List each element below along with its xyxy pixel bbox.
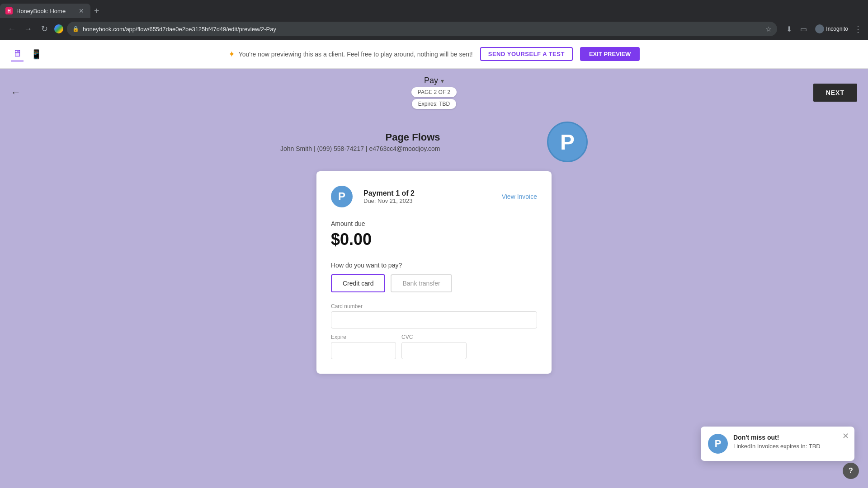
payment-title-info: Payment 1 of 2 Due: Nov 21, 2023 (363, 189, 415, 204)
credit-card-button[interactable]: Credit card (331, 274, 385, 292)
expire-field: Expire (331, 334, 396, 359)
nav-center: Pay ▾ PAGE 2 OF 2 Expires: TBD (411, 76, 457, 109)
payment-due: Due: Nov 21, 2023 (363, 197, 415, 204)
lock-icon: 🔒 (72, 26, 79, 32)
help-button[interactable]: ? (843, 463, 859, 479)
page-title-dropdown[interactable]: Pay ▾ (424, 76, 444, 85)
google-icon (54, 24, 63, 33)
pay-method-buttons: Credit card Bank transfer (331, 274, 537, 292)
cvc-label: CVC (401, 334, 467, 340)
company-name: Page Flows (280, 131, 440, 143)
card-number-input[interactable] (331, 311, 537, 328)
toast-content: Don't miss out! LinkedIn Invoices expire… (733, 434, 847, 450)
amount-label: Amount due (331, 220, 537, 227)
forward-nav-button[interactable]: → (22, 23, 34, 35)
company-contact: John Smith | (099) 558-74217 | e4763cc4@… (280, 145, 440, 152)
page-title: Pay (424, 76, 438, 85)
url-text: honeybook.com/app/flow/655d7dae0e2be3125… (83, 26, 762, 33)
tab-bar: H HoneyBook: Home ✕ + (0, 0, 868, 18)
bookmark-icon[interactable]: ☆ (765, 25, 772, 33)
payment-title: Payment 1 of 2 (363, 189, 415, 197)
chevron-down-icon: ▾ (441, 77, 444, 84)
address-bar-row: ← → ↻ 🔒 honeybook.com/app/flow/655d7dae0… (0, 18, 868, 40)
profile-avatar (815, 24, 824, 33)
payment-header: P Payment 1 of 2 Due: Nov 21, 2023 View … (331, 186, 537, 207)
app-content: 🖥 📱 ✦ You're now previewing this as a cl… (0, 40, 868, 488)
browser-actions: ⬇ ▭ Incognito ⋮ (783, 23, 863, 35)
card-number-field: Card number (331, 303, 537, 328)
back-nav-button[interactable]: ← (5, 23, 18, 35)
toast-body: LinkedIn Invoices expires in: TBD (733, 443, 847, 450)
banner-text: ✦ You're now previewing this as a client… (228, 49, 473, 59)
profile-button[interactable]: Incognito (811, 23, 852, 34)
company-header: Page Flows John Smith | (099) 558-74217 … (280, 113, 588, 171)
logo-letter: P (560, 130, 575, 155)
active-tab[interactable]: H HoneyBook: Home ✕ (0, 4, 90, 18)
next-button[interactable]: NEXT (813, 84, 857, 102)
expire-input[interactable] (331, 342, 396, 359)
new-tab-button[interactable]: + (90, 6, 103, 16)
expire-label: Expire (331, 334, 396, 340)
card-number-label: Card number (331, 303, 537, 310)
toast-close-button[interactable]: ✕ (842, 431, 849, 441)
mobile-icon[interactable]: 📱 (29, 47, 44, 61)
toast-logo-letter: P (715, 438, 722, 450)
company-info: Page Flows John Smith | (099) 558-74217 … (280, 131, 440, 152)
bank-transfer-button[interactable]: Bank transfer (391, 274, 452, 292)
desktop-icon[interactable]: 🖥 (11, 47, 24, 61)
refresh-button[interactable]: ↻ (38, 23, 51, 35)
amount-value: $0.00 (331, 230, 537, 249)
sparkle-icon: ✦ (228, 49, 235, 59)
address-bar[interactable]: 🔒 honeybook.com/app/flow/655d7dae0e2be31… (67, 22, 777, 36)
banner-message: You're now previewing this as a client. … (239, 51, 473, 58)
cvc-input[interactable] (401, 342, 467, 359)
toast-logo: P (708, 434, 728, 454)
pay-method-label: How do you want to pay? (331, 262, 537, 269)
payment-icon: P (331, 186, 353, 207)
page-area: ← Pay ▾ PAGE 2 OF 2 Expires: TBD NEXT Pa… (0, 69, 868, 488)
company-logo: P (547, 122, 588, 162)
page-back-button[interactable]: ← (11, 87, 21, 99)
tab-title: HoneyBook: Home (16, 8, 74, 14)
cast-button[interactable]: ▭ (797, 23, 810, 35)
expires-badge: Expires: TBD (412, 99, 456, 109)
send-test-button[interactable]: SEND YOURSELF A TEST (480, 47, 573, 61)
view-invoice-button[interactable]: View Invoice (502, 193, 537, 200)
device-icons: 🖥 📱 (11, 47, 44, 61)
page-indicator: PAGE 2 OF 2 (411, 87, 457, 97)
flow-nav: ← Pay ▾ PAGE 2 OF 2 Expires: TBD NEXT (0, 69, 868, 113)
tab-close-button[interactable]: ✕ (78, 6, 85, 15)
preview-banner: 🖥 📱 ✦ You're now previewing this as a cl… (0, 40, 868, 69)
exit-preview-button[interactable]: EXIT PREVIEW (580, 47, 640, 61)
notification-toast: ✕ P Don't miss out! LinkedIn Invoices ex… (701, 427, 854, 461)
download-button[interactable]: ⬇ (783, 23, 795, 35)
payment-title-group: P Payment 1 of 2 Due: Nov 21, 2023 (331, 186, 415, 207)
card-fields: Card number Expire CVC (331, 303, 537, 359)
incognito-label: Incognito (826, 26, 848, 32)
toast-title: Don't miss out! (733, 434, 847, 441)
cvc-field: CVC (401, 334, 467, 359)
browser-menu-button[interactable]: ⋮ (854, 23, 863, 34)
payment-card: P Payment 1 of 2 Due: Nov 21, 2023 View … (316, 171, 552, 374)
tab-favicon: H (5, 7, 13, 14)
payment-icon-letter: P (338, 190, 345, 203)
